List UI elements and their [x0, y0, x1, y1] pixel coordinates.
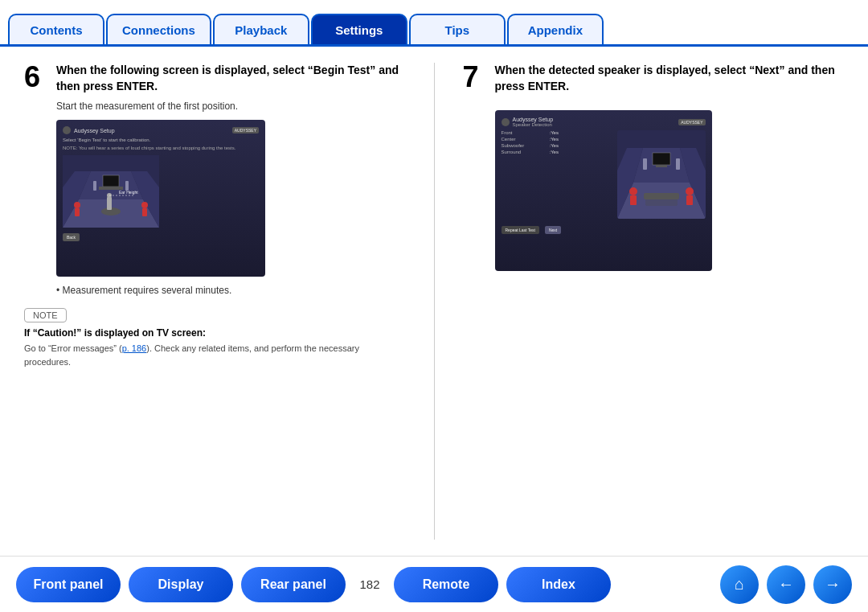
sim6-back-btn[interactable]: Back	[63, 233, 80, 241]
step-6-title: When the following screen is displayed, …	[56, 63, 406, 94]
svg-point-29	[629, 187, 637, 195]
sim7-repeat-btn[interactable]: Repeat Last Test	[502, 226, 539, 234]
step-6-section: 6 When the following screen is displayed…	[24, 63, 406, 540]
svg-point-16	[141, 202, 148, 208]
index-button[interactable]: Index	[506, 567, 611, 602]
svg-rect-30	[630, 195, 637, 205]
svg-rect-25	[643, 158, 647, 170]
sim7-row-center: Center :Yes	[502, 137, 612, 142]
back-icon: ←	[778, 575, 794, 594]
sim6-instruction1: Select 'Begin Test' to start the calibra…	[63, 138, 259, 142]
bottom-navigation: Front panel Display Rear panel 182 Remot…	[0, 556, 868, 612]
home-button[interactable]: ⌂	[720, 565, 759, 604]
step-7-title: When the detected speaker is displayed, …	[495, 63, 845, 94]
main-content: 6 When the following screen is displayed…	[0, 47, 868, 556]
sim7-row-front: Front :Yes	[502, 130, 612, 135]
note-title: If “Caution!” is displayed on TV screen:	[24, 327, 406, 339]
sim7-logo: AUDYSSEY	[678, 119, 705, 125]
sim7-subtitle: Speaker Detection	[513, 122, 554, 127]
step-6-header: 6 When the following screen is displayed…	[24, 63, 406, 94]
tab-appendix[interactable]: Appendix	[507, 14, 604, 44]
step-7-number: 7	[463, 63, 487, 92]
note-link[interactable]: p. 186	[122, 343, 147, 353]
step-6-bullets: • Measurement requires several minutes.	[56, 285, 406, 296]
tab-connections[interactable]: Connections	[106, 14, 211, 44]
rear-panel-button[interactable]: Rear panel	[241, 567, 346, 602]
step-7-header: 7 When the detected speaker is displayed…	[463, 63, 845, 94]
svg-rect-26	[676, 158, 680, 170]
forward-icon: →	[825, 575, 841, 594]
svg-text:Ear Height: Ear Height	[119, 190, 138, 195]
page-number: 182	[354, 577, 386, 591]
sim7-row-subwoofer: Subwoofer :Yes	[502, 143, 612, 148]
note-text: Go to “Error messages” (p. 186). Check a…	[24, 342, 406, 368]
step-6-subtitle: Start the measurement of the first posit…	[56, 101, 406, 112]
note-label: NOTE	[24, 308, 67, 322]
sim6-instruction2: NOTE: You will hear a series of loud chi…	[63, 146, 259, 150]
tab-settings[interactable]: Settings	[311, 14, 407, 44]
front-panel-button[interactable]: Front panel	[16, 567, 121, 602]
sim7-row-surround: Surround :Yes	[502, 150, 612, 154]
section-divider	[434, 63, 435, 540]
display-button[interactable]: Display	[129, 567, 233, 602]
home-icon: ⌂	[735, 575, 744, 594]
svg-rect-17	[142, 208, 147, 216]
svg-point-31	[686, 187, 694, 195]
svg-rect-32	[686, 195, 693, 205]
svg-rect-24	[656, 165, 667, 167]
tab-contents[interactable]: Contents	[8, 14, 104, 44]
svg-rect-23	[653, 153, 670, 165]
sim7-title: Audyssey Setup	[513, 117, 554, 122]
tab-tips[interactable]: Tips	[409, 14, 506, 44]
back-button[interactable]: ←	[767, 565, 805, 604]
remote-button[interactable]: Remote	[394, 567, 498, 602]
tab-playback[interactable]: Playback	[213, 14, 309, 44]
step-6-screen: Audyssey Setup AUDYSSEY Select 'Begin Te…	[56, 120, 265, 277]
svg-point-14	[74, 202, 80, 208]
svg-rect-28	[644, 193, 679, 199]
step-6-number: 6	[24, 63, 48, 92]
sim6-logo: AUDYSSEY	[232, 127, 259, 133]
bullet-item: • Measurement requires several minutes.	[56, 285, 406, 296]
step-7-screen: Audyssey Setup Speaker Detection AUDYSSE…	[495, 110, 712, 271]
svg-rect-15	[75, 208, 80, 216]
sim6-title: Audyssey Setup	[74, 128, 115, 133]
svg-rect-10	[107, 197, 112, 210]
svg-rect-5	[103, 175, 119, 187]
forward-button[interactable]: →	[813, 565, 852, 604]
step-7-section: 7 When the detected speaker is displayed…	[463, 63, 845, 540]
svg-rect-7	[93, 181, 96, 191]
step-6-note: NOTE If “Caution!” is displayed on TV sc…	[24, 307, 406, 368]
sim7-next-btn[interactable]: Next	[545, 226, 561, 234]
top-navigation: Contents Connections Playback Settings T…	[0, 0, 868, 47]
